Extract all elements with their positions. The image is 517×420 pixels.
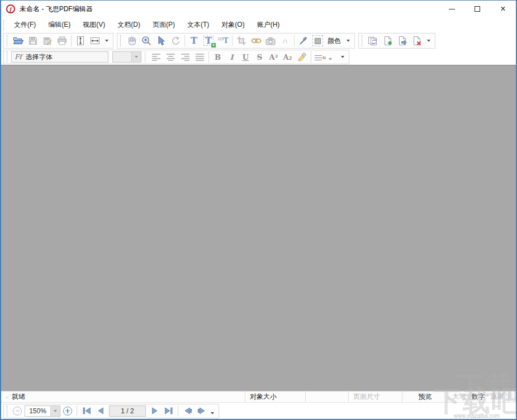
align-right-icon	[181, 53, 190, 61]
titlebar: f 未命名 - 飞思PDF编辑器 ×	[1, 1, 516, 17]
hand-tool-button[interactable]	[125, 34, 139, 47]
font-select[interactable]: Ff 选择字体	[11, 51, 108, 63]
next-view-icon	[197, 407, 206, 414]
minimize-icon	[449, 9, 455, 9]
font-icon: Ff	[15, 53, 22, 61]
snapshot-button[interactable]	[263, 34, 278, 47]
save-icon	[29, 36, 37, 45]
fit-width-button[interactable]	[88, 34, 102, 47]
rotate-tool-button[interactable]	[168, 34, 183, 47]
first-page-button[interactable]	[80, 404, 93, 418]
menu-view[interactable]: 视图(V)	[77, 18, 111, 32]
preview-toggle[interactable]: 预览	[402, 392, 448, 402]
toolbar-grip[interactable]	[362, 35, 363, 46]
menu-page[interactable]: 页面(P)	[146, 18, 181, 32]
first-page-icon	[83, 407, 91, 414]
menubar: 文件(F) 编辑(E) 视图(V) 文档(D) 页面(P) 文本(T) 对象(O…	[1, 17, 516, 32]
bold-button[interactable]: B	[211, 50, 225, 64]
highlighter-icon	[297, 52, 307, 61]
fit-height-button[interactable]	[73, 34, 88, 47]
previous-view-button[interactable]	[181, 404, 195, 418]
highlight-button[interactable]	[295, 50, 309, 64]
select-tool-button[interactable]	[154, 34, 168, 47]
replace-pages-icon	[368, 36, 379, 46]
toolbar-grip[interactable]	[7, 51, 8, 63]
document-canvas[interactable]	[1, 65, 516, 391]
previous-page-button[interactable]	[93, 404, 107, 418]
font-size-select[interactable]	[112, 51, 141, 63]
toolbar-grip[interactable]	[3, 20, 5, 31]
menu-file[interactable]: 文件(F)	[8, 18, 42, 32]
pages-toolbar-band	[358, 33, 435, 49]
color-button[interactable]: 颜色	[311, 34, 344, 47]
menu-document[interactable]: 文档(D)	[111, 18, 146, 32]
link-button[interactable]	[249, 34, 263, 47]
align-right-button[interactable]	[178, 50, 192, 64]
main-toolbar: T T+ 123T ∩	[1, 32, 516, 49]
color-dropdown[interactable]	[347, 40, 350, 42]
zoom-level-select[interactable]: 150%	[25, 405, 60, 417]
strikethrough-button[interactable]: S	[253, 50, 267, 64]
superscript-button[interactable]: A²	[267, 50, 281, 64]
numbered-text-icon: 123T	[217, 37, 228, 45]
curve-button[interactable]: ∩	[278, 34, 292, 47]
print-icon	[57, 36, 67, 45]
menu-text[interactable]: 文本(T)	[181, 18, 215, 32]
next-view-button[interactable]	[195, 404, 208, 418]
align-justify-button[interactable]	[192, 50, 207, 64]
select-arrow-icon	[157, 36, 165, 46]
navigation-bar: 150% 1 / 2	[1, 402, 516, 419]
minimize-button[interactable]	[439, 1, 464, 17]
file-toolbar-band	[3, 33, 113, 49]
plus-icon	[65, 409, 70, 413]
align-center-button[interactable]	[163, 50, 178, 64]
format-toolbar-overflow[interactable]	[341, 56, 344, 58]
save-button[interactable]	[26, 34, 40, 47]
print-button[interactable]	[55, 34, 69, 47]
close-button[interactable]: ×	[490, 1, 516, 17]
zoom-tool-button[interactable]	[139, 34, 154, 47]
edit-text-button[interactable]: T	[187, 34, 201, 47]
menu-account[interactable]: 账户(H)	[251, 18, 286, 32]
zoom-in-button[interactable]	[63, 407, 72, 416]
open-button[interactable]	[11, 34, 26, 47]
italic-button[interactable]: I	[225, 50, 239, 64]
chevron-down-icon[interactable]	[131, 52, 141, 62]
subscript-button[interactable]: A₂	[281, 50, 295, 64]
toolbar-grip[interactable]	[120, 35, 122, 46]
navigation-overflow[interactable]	[211, 412, 214, 414]
pages-dropdown[interactable]	[427, 40, 430, 42]
insert-page-button[interactable]	[381, 34, 395, 47]
menu-edit[interactable]: 编辑(E)	[42, 18, 77, 32]
last-page-button[interactable]	[162, 404, 175, 418]
chevron-down-icon[interactable]	[50, 406, 60, 416]
extract-page-button[interactable]	[395, 34, 410, 47]
line-spacing-dropdown[interactable]	[329, 58, 332, 60]
fit-height-icon	[76, 36, 85, 46]
crop-button[interactable]	[234, 34, 249, 47]
zoom-out-button[interactable]	[13, 407, 22, 416]
maximize-button[interactable]	[464, 1, 490, 17]
add-text-button[interactable]: T+	[201, 34, 216, 47]
separator	[208, 51, 209, 63]
page-indicator-input[interactable]: 1 / 2	[109, 405, 146, 417]
menu-object[interactable]: 对象(O)	[215, 18, 250, 32]
underline-button[interactable]: U	[239, 50, 253, 64]
fit-options-dropdown[interactable]	[105, 40, 108, 42]
previous-page-icon	[97, 407, 104, 414]
line-spacing-button[interactable]: N	[313, 50, 336, 64]
toolbar-grip[interactable]	[7, 35, 8, 46]
separator	[145, 51, 145, 63]
next-page-button[interactable]	[148, 404, 162, 418]
resize-grip[interactable]: ⢠⣠	[509, 392, 517, 402]
delete-page-button[interactable]	[410, 34, 424, 47]
tools-toolbar-band: T T+ 123T ∩	[117, 33, 355, 49]
align-left-button[interactable]	[149, 50, 163, 64]
numbered-text-button[interactable]: 123T	[216, 34, 230, 47]
toolbar-grip[interactable]	[7, 405, 8, 417]
eyedropper-button[interactable]	[296, 34, 311, 47]
replace-pages-button[interactable]	[366, 34, 381, 47]
zoom-level-value: 150%	[25, 407, 50, 415]
save-as-icon	[43, 36, 53, 45]
save-as-button[interactable]	[40, 34, 55, 47]
